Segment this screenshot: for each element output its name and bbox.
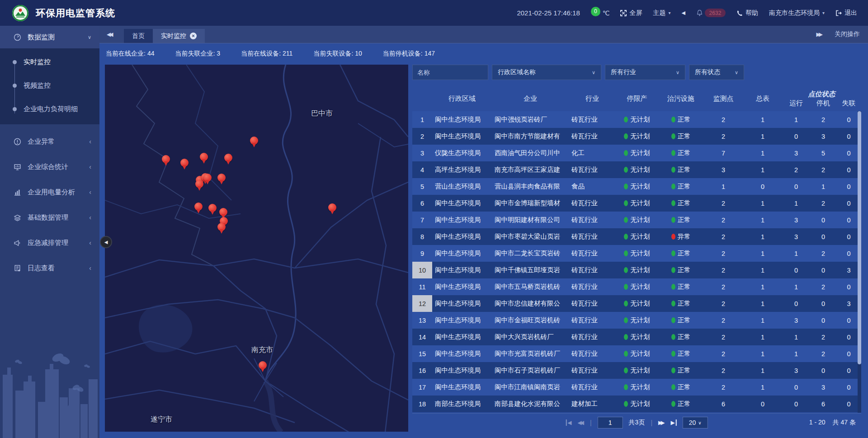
cell-facility-status: 正常	[658, 278, 703, 295]
filter-row: 行政区域名称 ∨ 所有行业 ∨ 所有状态 ∨	[412, 65, 861, 80]
map-collapse-handle[interactable]: ◀	[100, 236, 112, 248]
next-page-button[interactable]: ▶▶	[658, 419, 665, 426]
bar-chart-icon	[14, 188, 21, 196]
map-marker-pin[interactable]	[199, 153, 208, 165]
tab-close-icon[interactable]: ×	[190, 33, 197, 39]
table-row[interactable]: 18南部生态环境局南部县建化水泥有限公建材加工无计划正常60060	[412, 396, 861, 412]
table-row[interactable]: 1阆中生态环境局阆中强锐页岩砖厂砖瓦行业无计划正常21120	[412, 111, 861, 128]
table-row[interactable]: 7阆中生态环境局阆中明阳建材有限公司砖瓦行业无计划正常21300	[412, 212, 861, 228]
map-marker-pin[interactable]	[250, 137, 259, 149]
cell-industry: 砖瓦行业	[569, 295, 616, 312]
industry-select[interactable]: 所有行业 ∨	[605, 65, 685, 80]
table-row[interactable]: 17阆中生态环境局阆中市江南镇阆南页岩砖瓦行业无计划正常21030	[412, 379, 861, 396]
region-select[interactable]: 行政区域名称 ∨	[492, 65, 601, 80]
cell-index: 7	[412, 212, 432, 228]
map-marker-pin[interactable]	[195, 180, 204, 192]
table-row[interactable]: 3仪陇生态环境局西南油气田分公司川中化工无计划正常71350	[412, 145, 861, 161]
first-page-button[interactable]: ◀	[566, 419, 571, 426]
cell-run: 0	[782, 262, 810, 278]
sidebar-item-electricity-analysis[interactable]: 企业用电量分析 ‹	[0, 179, 99, 205]
cell-stop-status: 无计划	[616, 128, 658, 145]
status-dot-icon	[671, 133, 675, 139]
cell-facility-status: 正常	[658, 128, 703, 145]
col-header-points: 监测点	[703, 86, 743, 111]
scrollbar-thumb[interactable]	[858, 111, 861, 364]
col-header-enterprise: 企业	[492, 86, 569, 111]
status-dot-icon	[624, 267, 628, 273]
map-marker-pin[interactable]	[194, 203, 203, 215]
sidebar-item-power-load-detail[interactable]: 企业电力负荷明细	[0, 97, 99, 121]
tab-realtime-monitoring[interactable]: 实时监控 ×	[153, 29, 205, 43]
sidebar-item-label: 企业电力负荷明细	[24, 105, 78, 113]
table-row[interactable]: 16阆中生态环境局阆中市石子页岩机砖厂砖瓦行业无计划正常21300	[412, 362, 861, 379]
cell-index: 14	[412, 329, 432, 345]
table-row[interactable]: 8阆中生态环境局阆中市枣碧大梁山页岩砖瓦行业无计划异常21300	[412, 228, 861, 245]
sidebar-item-realtime-monitoring[interactable]: 实时监控	[0, 50, 99, 74]
map-marker-pin[interactable]	[328, 203, 337, 216]
table-row[interactable]: 14阆中生态环境局阆中大兴页岩机砖厂砖瓦行业无计划正常21120	[412, 329, 861, 345]
last-page-button[interactable]: ▶	[671, 419, 677, 426]
sidebar-item-log-view[interactable]: 日志查看 ‹	[0, 255, 99, 281]
table-row[interactable]: 13阆中生态环境局阆中市金福旺页岩机砖砖瓦行业无计划正常21300	[412, 312, 861, 329]
cell-industry: 砖瓦行业	[569, 228, 616, 245]
table-row[interactable]: 9阆中生态环境局阆中市二龙长宝页岩砖砖瓦行业无计划正常21120	[412, 245, 861, 262]
cell-index: 13	[412, 312, 432, 329]
map-marker-pin[interactable]	[180, 159, 189, 171]
speaker-icon: ◀	[682, 10, 685, 16]
page-size-select[interactable]: 20 ∨	[683, 417, 708, 429]
table-scrollbar[interactable]	[858, 111, 861, 413]
table-row[interactable]: 2阆中生态环境局阆中市南方节能建材有砖瓦行业无计划正常21030	[412, 128, 861, 145]
map-marker-pin[interactable]	[224, 154, 233, 166]
notifications-button[interactable]: 2632	[696, 9, 726, 17]
sidebar-item-label: 实时监控	[24, 58, 51, 66]
table-row[interactable]: 12阆中生态环境局阆中市忠信建材有限公砖瓦行业无计划正常21003	[412, 295, 861, 312]
org-dropdown[interactable]: 南充市生态环境局 ▾	[769, 9, 825, 17]
status-dot-icon	[624, 301, 628, 306]
cell-points: 2	[703, 295, 743, 312]
sidebar-item-emergency-reduction[interactable]: 应急减排管理 ‹	[0, 230, 99, 255]
fullscreen-button[interactable]: 全屏	[620, 9, 642, 17]
map-marker-pin[interactable]	[217, 174, 226, 186]
status-dot-icon	[671, 334, 675, 340]
prev-page-button[interactable]: ◀◀	[577, 419, 584, 426]
table-row[interactable]: 15阆中生态环境局阆中市光富页岩机砖厂砖瓦行业无计划正常21120	[412, 345, 861, 362]
sidebar-item-video-monitoring[interactable]: 视频监控	[0, 74, 99, 97]
cell-halt: 2	[810, 245, 836, 262]
layers-icon	[14, 214, 21, 221]
status-dot-icon	[624, 184, 628, 189]
tab-home[interactable]: 首页	[124, 29, 153, 43]
map-marker-pin[interactable]	[161, 155, 170, 167]
cell-industry: 化工	[569, 145, 616, 161]
help-button[interactable]: 帮助	[736, 9, 758, 17]
speaker-button[interactable]: ◀	[682, 10, 685, 16]
map-marker-pin[interactable]	[203, 174, 212, 186]
sidebar-item-enterprise-statistics[interactable]: 企业综合统计 ‹	[0, 154, 99, 179]
table-row[interactable]: 5营山生态环境局营山县润丰肉食品有限食品无计划正常10010	[412, 178, 861, 195]
cell-run: 3	[782, 145, 810, 161]
map-marker-pin[interactable]	[208, 204, 217, 216]
temperature-unit: ℃	[603, 9, 610, 17]
status-select-value: 所有状态	[695, 68, 720, 76]
theme-dropdown[interactable]: 主题 ▾	[653, 9, 670, 17]
tab-scroll-right-button[interactable]: ▶▶	[816, 26, 821, 43]
map-canvas[interactable]: 巴中市南充市遂宁市	[105, 65, 408, 432]
table-row[interactable]: 6阆中生态环境局阆中市金博瑞新型墙材砖瓦行业无计划正常21120	[412, 195, 861, 212]
status-select[interactable]: 所有状态 ∨	[689, 65, 744, 80]
cell-meter: 1	[743, 262, 782, 278]
page-number-input[interactable]	[598, 417, 623, 429]
table-row[interactable]: 10阆中生态环境局阆中千佛镇五郎垭页岩砖瓦行业无计划正常21003	[412, 262, 861, 278]
name-search-input[interactable]	[412, 65, 488, 80]
close-operations-button[interactable]: 关闭操作	[835, 30, 860, 38]
exit-button[interactable]: 退出	[835, 9, 857, 17]
map-marker-pin[interactable]	[258, 361, 267, 373]
cell-enterprise: 阆中市金博瑞新型墙材	[492, 195, 569, 212]
sidebar-item-base-data-management[interactable]: 基础数据管理 ‹	[0, 205, 99, 230]
table-row[interactable]: 11阆中生态环境局阆中市五马桥页岩机砖砖瓦行业无计划正常21120	[412, 278, 861, 295]
table-row[interactable]: 4高坪生态环境局南充市高坪区王家店建砖瓦行业无计划正常31220	[412, 161, 861, 178]
sidebar-item-enterprise-anomaly[interactable]: 企业异常 ‹	[0, 129, 99, 154]
theme-label: 主题	[653, 9, 665, 17]
sidebar-section-data-monitoring[interactable]: 数据监测 ∨	[0, 26, 99, 48]
tab-scroll-left-button[interactable]: ◀◀	[107, 26, 111, 43]
map-marker-pin[interactable]	[217, 223, 226, 235]
cell-facility-status: 正常	[658, 178, 703, 195]
